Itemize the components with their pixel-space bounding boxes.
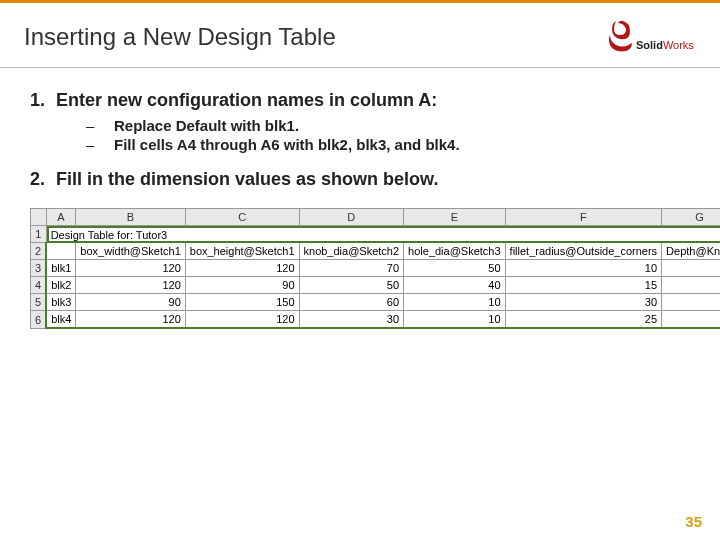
row-header: 6 [31,311,47,329]
step-text: Fill in the dimension values as shown be… [56,169,438,190]
table-row: 2 box_width@Sketch1 box_height@Sketch1 k… [31,243,721,260]
row-header: 4 [31,277,47,294]
cell: 25 [505,311,662,329]
slide-title: Inserting a New Design Table [24,23,606,51]
cell: 90 [76,294,185,311]
row-header: 2 [31,243,47,260]
svg-text:SolidWorks: SolidWorks [636,39,694,51]
col-header: B [76,209,185,226]
col-header: A [46,209,76,226]
step-1: 1. Enter new configuration names in colu… [30,90,690,111]
cell: 120 [76,260,185,277]
cell: 40 [404,277,506,294]
cell: knob_dia@Sketch2 [299,243,404,260]
logo-text-bold: Solid [636,39,663,51]
cell: 30 [299,311,404,329]
row-header: 5 [31,294,47,311]
table-row: 6 blk4 120 120 30 10 25 90 [31,311,721,329]
table-row: 5 blk3 90 150 60 10 30 15 [31,294,721,311]
table-row: 1 Design Table for: Tutor3 [31,226,721,243]
corner-cell [31,209,47,226]
step-text: Replace Default with blk1. [114,117,299,134]
cell: 30 [505,294,662,311]
solidworks-logo: SolidWorks [606,17,696,57]
cell: 120 [185,260,299,277]
cell: Depth@Knob [662,243,720,260]
step-number: 1. [30,90,56,111]
logo-text-red: Works [663,39,694,51]
cell: 120 [185,311,299,329]
cell: 60 [299,294,404,311]
cell: 90 [185,277,299,294]
col-header: C [185,209,299,226]
step-1-sublist: – Replace Default with blk1. – Fill cell… [86,117,690,153]
col-header: G [662,209,720,226]
table-row: 3 blk1 120 120 70 50 10 50 [31,260,721,277]
table-row: 4 blk2 120 90 50 40 15 30 [31,277,721,294]
cell: 120 [76,277,185,294]
slide-body: 1. Enter new configuration names in colu… [0,68,720,190]
design-table: A B C D E F G 1 Design Table for: Tutor3… [30,208,720,329]
step-1a: – Replace Default with blk1. [86,117,690,134]
cell: 15 [662,294,720,311]
design-table-wrap: A B C D E F G 1 Design Table for: Tutor3… [30,208,690,329]
col-header: F [505,209,662,226]
cell: 10 [404,294,506,311]
cell: blk3 [46,294,76,311]
col-header: D [299,209,404,226]
row-header: 1 [31,226,47,243]
cell: hole_dia@Sketch3 [404,243,506,260]
cell: 50 [662,260,720,277]
cell: 70 [299,260,404,277]
step-text: Fill cells A4 through A6 with blk2, blk3… [114,136,460,153]
cell: 10 [505,260,662,277]
bullet-dash: – [86,117,114,134]
step-text: Enter new configuration names in column … [56,90,437,111]
cell: 150 [185,294,299,311]
table-title-cell: Design Table for: Tutor3 [46,226,720,243]
cell [46,243,76,260]
cell: 90 [662,311,720,329]
cell: blk1 [46,260,76,277]
cell: blk2 [46,277,76,294]
slide-header: Inserting a New Design Table SolidWorks [0,3,720,68]
col-header: E [404,209,506,226]
cell: 10 [404,311,506,329]
slide-number: 35 [685,513,702,530]
col-header-row: A B C D E F G [31,209,721,226]
bullet-dash: – [86,136,114,153]
step-number: 2. [30,169,56,190]
cell: 30 [662,277,720,294]
step-1b: – Fill cells A4 through A6 with blk2, bl… [86,136,690,153]
cell: box_width@Sketch1 [76,243,185,260]
cell: 15 [505,277,662,294]
cell: box_height@Sketch1 [185,243,299,260]
cell: 50 [404,260,506,277]
cell: blk4 [46,311,76,329]
cell: fillet_radius@Outside_corners [505,243,662,260]
cell: 50 [299,277,404,294]
cell: 120 [76,311,185,329]
row-header: 3 [31,260,47,277]
step-2: 2. Fill in the dimension values as shown… [30,169,690,190]
